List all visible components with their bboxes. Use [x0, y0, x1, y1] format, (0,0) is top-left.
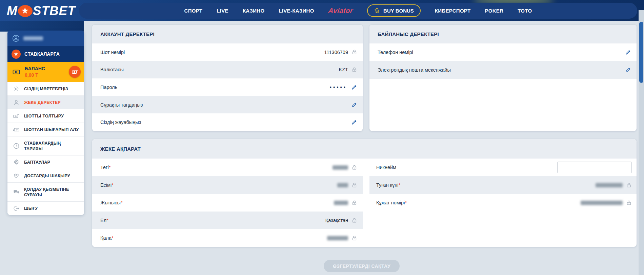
nav-item-cybersport[interactable]: КИБЕРСПОРТ	[435, 8, 471, 14]
sidebar-item-settings[interactable]: БАПТАУЛАР	[7, 155, 84, 169]
contact-card-title: БАЙЛАНЫС ДЕРЕКТЕРІ	[369, 25, 637, 43]
password-masked-value: •••••	[330, 84, 347, 90]
edit-password-pencil-icon[interactable]	[351, 84, 357, 90]
document-number-redacted-value	[581, 201, 623, 205]
personal-right-column: Никнейм Туған күні* Құжат нөмірі*	[369, 159, 637, 247]
account-sidebar: ★ СТАВКАЛАРҒА БАЛАНС 0,00 Т	[7, 31, 84, 215]
star-circle-icon: ★	[12, 50, 21, 59]
person-icon	[13, 99, 20, 106]
scrollbar-thumb[interactable]	[639, 22, 643, 83]
nickname-row: Никнейм	[369, 159, 637, 176]
required-asterisk: *	[112, 182, 114, 188]
gender-row: Жынысы*	[92, 194, 363, 212]
sidebar-item-logout[interactable]: ШЫҒУ	[7, 201, 84, 215]
currency-value: KZT	[339, 67, 348, 72]
banknote-arrows-icon	[13, 126, 20, 133]
sidebar-menu: СІЗДІҢ МӘРТЕБЕҢІЗ ЖЕКЕ ДЕРЕКТЕР ШОТТЫ	[7, 82, 84, 215]
password-row: Пароль •••••	[92, 78, 363, 96]
phone-row: Телефон нөмірі	[369, 43, 637, 61]
logout-icon	[13, 205, 20, 212]
lock-icon	[351, 235, 357, 241]
account-number-value: 111306709	[324, 50, 348, 55]
edit-email-pencil-icon[interactable]	[625, 67, 631, 73]
main-nav: СПОРТ LIVE КАЗИНО LIVE-КАЗИНО Aviator BU…	[79, 3, 637, 19]
banknote-plus-icon	[13, 113, 20, 120]
nickname-input[interactable]	[557, 162, 632, 173]
nav-item-sport[interactable]: СПОРТ	[184, 8, 203, 14]
required-asterisk: *	[121, 200, 123, 205]
mostbet-profile-page: M ★ STBET СПОРТ LIVE КАЗИНО LIVE-КАЗИНО …	[0, 0, 644, 275]
heart-hand-icon	[13, 172, 20, 179]
nav-item-casino[interactable]: КАЗИНО	[243, 8, 264, 14]
edit-phone-pencil-icon[interactable]	[625, 49, 631, 55]
bets-label: СТАВКАЛАРҒА	[24, 51, 60, 57]
nav-item-live-casino[interactable]: LIVE-КАЗИНО	[279, 8, 314, 14]
sidebar-item-invite-friends[interactable]: ДОСТАРДЫ ШАҚЫРУ	[7, 169, 84, 182]
nav-item-toto[interactable]: ТОТО	[518, 8, 532, 14]
required-asterisk: *	[109, 165, 111, 170]
lock-icon	[351, 67, 357, 73]
top-navigation-bar: M ★ STBET СПОРТ LIVE КАЗИНО LIVE-КАЗИНО …	[0, 0, 644, 21]
lock-icon	[351, 182, 357, 188]
deposit-button[interactable]	[69, 66, 81, 78]
birth-date-row: Туған күні*	[369, 176, 637, 194]
edit-question-pencil-icon[interactable]	[351, 102, 357, 108]
contact-data-card: БАЙЛАНЫС ДЕРЕКТЕРІ Телефон нөмірі Электр…	[369, 25, 637, 131]
nav-item-poker[interactable]: POKER	[485, 8, 503, 14]
sidebar-item-bet-history[interactable]: СТАВКАЛАРДЫҢ ТАРИХЫ	[7, 136, 84, 155]
column-gap	[363, 159, 369, 247]
mostbet-logo[interactable]: M ★ STBET	[7, 4, 76, 18]
balance-amount: 0,00 Т	[25, 72, 45, 78]
nav-item-live[interactable]: LIVE	[217, 8, 228, 14]
clock-icon	[13, 143, 20, 149]
sidebar-item-deposit[interactable]: ШОТТЫ ТОЛТЫРУ	[7, 109, 84, 123]
save-changes-button[interactable]: ӨЗГЕРТУЛЕРДІ САҚТАУ	[324, 260, 400, 272]
logo-text-pre: M	[7, 4, 18, 18]
lock-icon	[351, 200, 357, 206]
required-asterisk: *	[399, 182, 401, 188]
status-gear-icon	[13, 86, 20, 92]
chat-bubbles-icon	[13, 189, 20, 196]
currency-row: Валютасы KZT	[92, 61, 363, 79]
account-number-row: Шот нөмірі 111306709	[92, 43, 363, 61]
edit-answer-pencil-icon[interactable]	[351, 119, 357, 125]
buy-bonus-label: BUY BONUS	[383, 8, 414, 14]
lock-icon	[626, 200, 632, 206]
logo-star-icon: ★	[18, 5, 33, 17]
secret-answer-row: Сіздің жауабыңыз	[92, 113, 363, 131]
country-row: Ел* Қазақстан	[92, 212, 363, 229]
account-card-title: АККАУНТ ДЕРЕКТЕРІ	[92, 25, 363, 43]
buy-bonus-button[interactable]: BUY BONUS	[367, 4, 421, 17]
gender-redacted-value	[334, 201, 348, 205]
topbar-left-extension	[0, 21, 84, 32]
sidebar-item-status[interactable]: СІЗДІҢ МӘРТЕБЕҢІЗ	[7, 82, 84, 95]
lock-icon	[351, 165, 357, 170]
personal-left-column: Тегі* Есімі* Жынысы*	[92, 159, 363, 247]
sidebar-item-personal-data[interactable]: ЖЕКЕ ДЕРЕКТЕР	[7, 95, 84, 109]
personal-info-card: ЖЕКЕ АҚПАРАТ Тегі* Есімі*	[92, 139, 637, 247]
required-asterisk: *	[106, 218, 108, 223]
required-asterisk: *	[405, 200, 407, 205]
required-asterisk: *	[112, 235, 114, 241]
logo-text-post: STBET	[33, 4, 76, 18]
document-number-row: Құжат нөмірі*	[369, 194, 637, 212]
last-name-redacted-value	[333, 165, 348, 170]
scrollbar-track[interactable]	[639, 10, 644, 275]
lock-icon	[351, 49, 357, 55]
cart-crown-icon	[374, 7, 380, 14]
city-row: Қала*	[92, 229, 363, 247]
sidebar-item-support-request[interactable]: ҚОЛДАУ ҚЫЗМЕТІНЕ СҰРАУЫ	[7, 182, 84, 201]
user-circle-icon	[12, 34, 20, 42]
gear-icon	[13, 159, 20, 166]
secret-question-row: Сұрақты таңдаңыз	[92, 96, 363, 114]
last-name-row: Тегі*	[92, 159, 363, 176]
banknote-icon	[12, 68, 20, 76]
nav-item-aviator[interactable]: Aviator	[328, 7, 354, 15]
first-name-row: Есімі*	[92, 176, 363, 194]
account-data-card: АККАУНТ ДЕРЕКТЕРІ Шот нөмірі 111306709 В…	[92, 25, 363, 131]
username-redacted	[23, 36, 43, 40]
sidebar-balance-row[interactable]: БАЛАНС 0,00 Т	[7, 62, 84, 82]
sidebar-item-bets[interactable]: ★ СТАВКАЛАРҒА	[7, 46, 84, 62]
sidebar-user-row[interactable]	[7, 31, 84, 46]
sidebar-item-withdraw[interactable]: ШОТТАН ШЫҒАРЫП АЛУ	[7, 123, 84, 136]
